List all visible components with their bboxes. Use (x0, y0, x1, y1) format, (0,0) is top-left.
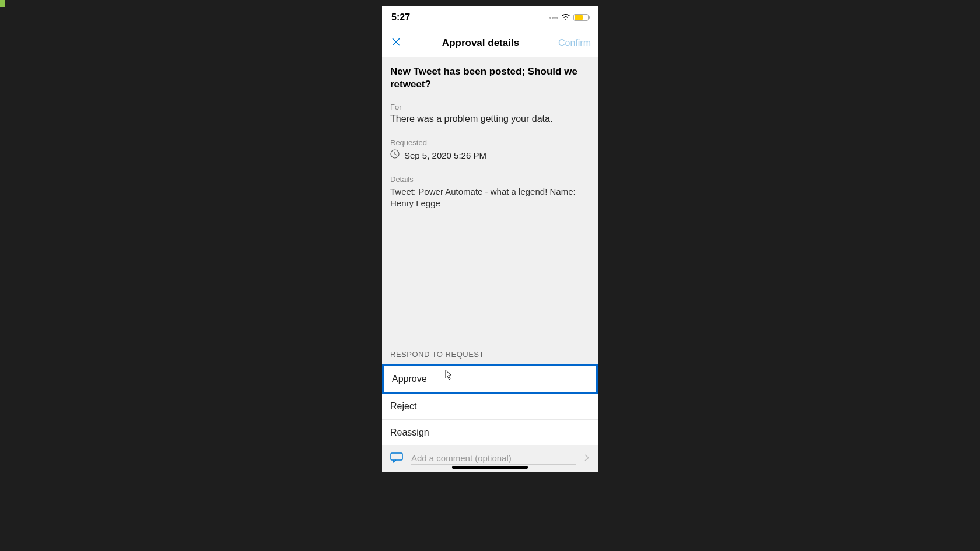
phone-frame: 5:27 Approval details Confirm New Tw (382, 6, 598, 472)
svg-rect-1 (391, 453, 402, 460)
close-icon[interactable] (389, 34, 403, 52)
requested-row: Sep 5, 2020 5:26 PM (390, 149, 590, 161)
wifi-icon (561, 12, 570, 23)
battery-icon (573, 14, 589, 21)
requested-value: Sep 5, 2020 5:26 PM (404, 150, 487, 160)
page-title: Approval details (442, 37, 519, 49)
clock-icon (390, 149, 400, 161)
details-value: Tweet: Power Automate - what a legend! N… (390, 186, 590, 210)
status-indicators (550, 12, 589, 23)
action-list: Approve Reject Reassign (382, 364, 598, 445)
details-label: Details (390, 175, 590, 184)
home-indicator[interactable] (452, 466, 528, 469)
nav-bar: Approval details Confirm (382, 29, 598, 57)
chevron-right-icon[interactable] (584, 454, 590, 464)
content-area: New Tweet has been posted; Should we ret… (382, 57, 598, 445)
signal-icon (550, 17, 558, 19)
approval-title: New Tweet has been posted; Should we ret… (390, 65, 590, 91)
respond-header: RESPOND TO REQUEST (390, 350, 590, 359)
for-label: For (390, 103, 590, 111)
comment-input[interactable] (411, 453, 576, 465)
requested-label: Requested (390, 138, 590, 147)
reject-button[interactable]: Reject (382, 394, 598, 420)
status-bar: 5:27 (382, 6, 598, 29)
respond-section: RESPOND TO REQUEST Approve Reject Reassi… (390, 350, 590, 445)
green-corner-badge (0, 0, 5, 7)
for-value: There was a problem getting your data. (390, 114, 590, 124)
reassign-button[interactable]: Reassign (382, 420, 598, 445)
confirm-button[interactable]: Confirm (558, 38, 591, 48)
approve-button[interactable]: Approve (382, 364, 598, 394)
status-time: 5:27 (391, 12, 410, 23)
comment-icon (390, 452, 403, 465)
